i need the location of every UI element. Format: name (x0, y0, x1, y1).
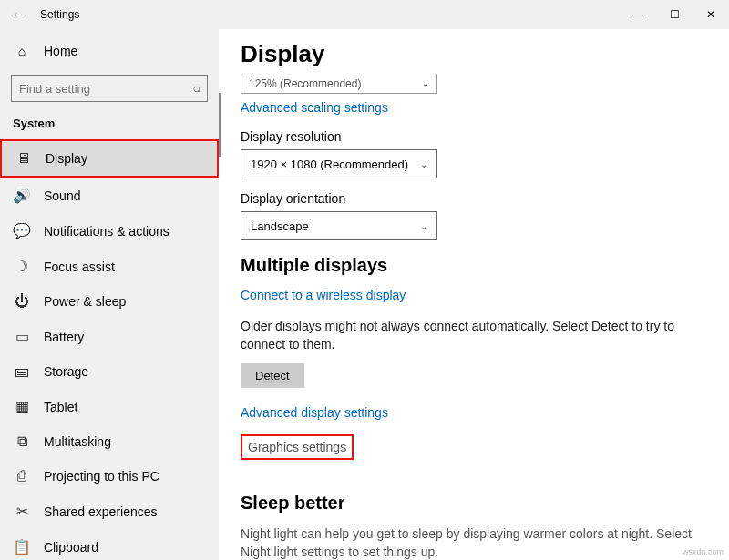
sidebar-item-label: Power & sleep (44, 294, 126, 309)
advanced-display-link[interactable]: Advanced display settings (241, 405, 388, 420)
notifications-icon: 💬 (13, 222, 31, 239)
orientation-label: Display orientation (241, 191, 707, 206)
watermark: wsxdn.com (683, 547, 724, 556)
sidebar-item-tablet[interactable]: ▦Tablet (0, 389, 219, 424)
focus-assist-icon: ☽ (13, 258, 31, 275)
home-icon: ⌂ (13, 44, 31, 58)
battery-icon: ▭ (13, 328, 31, 345)
chevron-down-icon: ⌄ (420, 221, 427, 231)
home-link[interactable]: ⌂ Home (0, 36, 219, 66)
search-wrap: ⌕ (11, 75, 208, 102)
multiple-displays-title: Multiple displays (241, 255, 707, 276)
detect-button[interactable]: Detect (241, 363, 304, 388)
sidebar-item-notifications[interactable]: 💬Notifications & actions (0, 213, 219, 249)
sidebar-item-label: Battery (44, 330, 84, 344)
sidebar-item-label: Multitasking (44, 434, 111, 449)
orientation-value: Landscape (251, 219, 309, 233)
sidebar-item-power-sleep[interactable]: ⏻Power & sleep (0, 284, 219, 319)
resolution-select[interactable]: 1920 × 1080 (Recommended) ⌄ (241, 149, 437, 178)
sidebar-item-label: Clipboard (44, 540, 98, 555)
sidebar-item-sound[interactable]: 🔊Sound (0, 178, 219, 213)
home-label: Home (44, 44, 77, 58)
search-input[interactable] (11, 75, 208, 102)
sidebar-item-label: Notifications & actions (44, 224, 169, 239)
titlebar: ← Settings — ☐ ✕ (0, 0, 729, 29)
sleep-better-text: Night light can help you get to sleep by… (241, 524, 696, 560)
chevron-down-icon: ⌄ (422, 78, 429, 88)
sidebar-item-label: Shared experiences (44, 504, 158, 519)
sidebar-item-label: Sound (44, 188, 80, 203)
sidebar-item-clipboard[interactable]: 📋Clipboard (0, 529, 219, 560)
tablet-icon: ▦ (13, 398, 31, 415)
scale-value: 125% (Recommended) (249, 77, 361, 90)
resolution-label: Display resolution (241, 129, 707, 144)
older-displays-text: Older displays might not always connect … (241, 317, 696, 354)
nav-list: 🖥Display🔊Sound💬Notifications & actions☽F… (0, 139, 219, 560)
clipboard-icon: 📋 (13, 538, 31, 555)
wireless-display-link[interactable]: Connect to a wireless display (241, 288, 406, 302)
sidebar-item-label: Display (46, 151, 87, 166)
scale-select[interactable]: 125% (Recommended) ⌄ (241, 74, 437, 94)
orientation-select[interactable]: Landscape ⌄ (241, 211, 437, 240)
sleep-better-title: Sleep better (241, 493, 707, 514)
sound-icon: 🔊 (13, 187, 31, 204)
multitasking-icon: ⧉ (13, 433, 31, 450)
projecting-icon: ⎙ (13, 468, 31, 484)
sidebar-item-label: Tablet (44, 400, 77, 414)
group-title: System (0, 113, 219, 139)
display-icon: 🖥 (15, 150, 33, 167)
scroll-indicator[interactable] (219, 93, 221, 157)
chevron-down-icon: ⌄ (420, 159, 427, 169)
sidebar: ⌂ Home ⌕ System 🖥Display🔊Sound💬Notificat… (0, 29, 219, 560)
resolution-value: 1920 × 1080 (Recommended) (251, 158, 408, 171)
shared-icon: ✂ (13, 503, 31, 520)
content: Display 125% (Recommended) ⌄ Advanced sc… (219, 29, 729, 560)
sidebar-item-storage[interactable]: 🖴Storage (0, 354, 219, 389)
minimize-button[interactable]: — (620, 0, 656, 29)
sidebar-item-multitasking[interactable]: ⧉Multitasking (0, 424, 219, 459)
maximize-button[interactable]: ☐ (656, 0, 693, 29)
sidebar-item-shared[interactable]: ✂Shared experiences (0, 494, 219, 529)
close-button[interactable]: ✕ (693, 0, 729, 29)
sidebar-item-battery[interactable]: ▭Battery (0, 319, 219, 354)
page-title: Display (241, 40, 707, 68)
sidebar-item-label: Focus assist (44, 260, 115, 274)
sidebar-item-display[interactable]: 🖥Display (0, 139, 219, 178)
advanced-scaling-link[interactable]: Advanced scaling settings (241, 100, 388, 115)
storage-icon: 🖴 (13, 363, 31, 380)
sidebar-item-projecting[interactable]: ⎙Projecting to this PC (0, 459, 219, 494)
back-button[interactable]: ← (0, 6, 36, 23)
window-title: Settings (36, 8, 79, 21)
power-sleep-icon: ⏻ (13, 293, 31, 310)
sidebar-item-label: Projecting to this PC (44, 469, 159, 484)
sidebar-item-label: Storage (44, 364, 88, 379)
graphics-settings-link[interactable]: Graphics settings (248, 440, 346, 454)
sidebar-item-focus-assist[interactable]: ☽Focus assist (0, 249, 219, 284)
graphics-highlight: Graphics settings (241, 434, 354, 460)
